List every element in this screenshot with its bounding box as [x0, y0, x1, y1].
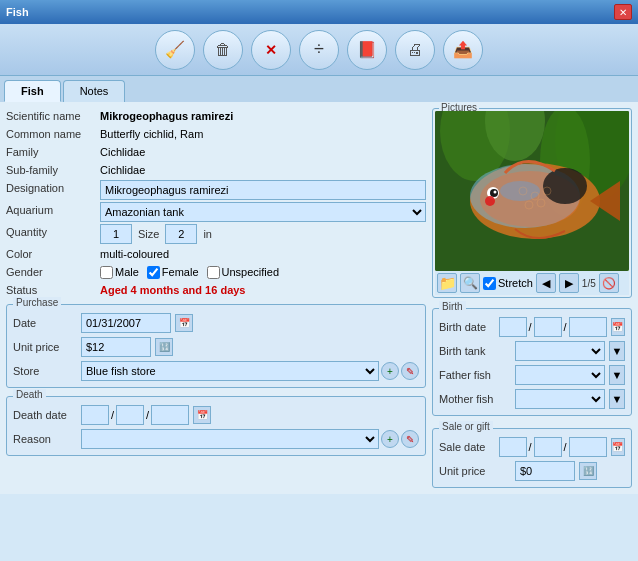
subfamily-label: Sub-family — [6, 162, 96, 178]
birth-date-label: Birth date — [439, 321, 495, 333]
death-section: Death Death date / / 📅 Reason — [6, 396, 426, 456]
store-select[interactable]: Blue fish store — [81, 361, 379, 381]
svg-point-11 — [494, 191, 497, 194]
image-controls: 📁 🔍 Stretch ◀ ▶ 1/5 🚫 — [435, 271, 629, 295]
purchase-section: Purchase Date 📅 Unit price 🔢 Store Blue … — [6, 304, 426, 388]
sale-d[interactable] — [534, 437, 562, 457]
fish-image-area — [435, 111, 629, 271]
quantity-input[interactable] — [100, 224, 132, 244]
divide-button[interactable]: ÷ — [299, 30, 339, 70]
mother-fish-label: Mother fish — [439, 393, 511, 405]
father-fish-label: Father fish — [439, 369, 511, 381]
quantity-label: Quantity — [6, 224, 96, 244]
sale-legend: Sale or gift — [439, 421, 493, 432]
birth-m[interactable] — [499, 317, 527, 337]
birth-tank-dropdown-btn[interactable]: ▼ — [609, 341, 625, 361]
gender-unspecified-option[interactable]: Unspecified — [207, 266, 279, 279]
purchase-legend: Purchase — [13, 297, 61, 308]
size-unit: in — [203, 226, 212, 242]
sale-y[interactable] — [569, 437, 607, 457]
stretch-label: Stretch — [498, 277, 533, 289]
aquarium-label: Aquarium — [6, 202, 96, 222]
family-value: Cichlidae — [100, 144, 426, 160]
father-fish-select[interactable] — [515, 365, 605, 385]
sale-price-label: Unit price — [439, 465, 511, 477]
gender-unspecified-checkbox[interactable] — [207, 266, 220, 279]
gender-female-label: Female — [162, 266, 199, 278]
purchase-date-label: Date — [13, 317, 77, 329]
svg-point-13 — [500, 181, 540, 201]
purchase-price-label: Unit price — [13, 341, 77, 353]
next-img-btn[interactable]: ▶ — [559, 273, 579, 293]
reason-select[interactable] — [81, 429, 379, 449]
death-date-cal-btn[interactable]: 📅 — [193, 406, 211, 424]
death-date-d[interactable] — [116, 405, 144, 425]
birth-tank-select[interactable] — [515, 341, 605, 361]
purchase-price-input[interactable] — [81, 337, 151, 357]
designation-input[interactable] — [100, 180, 426, 200]
birth-d[interactable] — [534, 317, 562, 337]
folder-btn[interactable]: 📁 — [437, 273, 457, 293]
color-value: multi-coloured — [100, 246, 426, 262]
svg-point-8 — [543, 168, 587, 204]
trash-button[interactable]: 🗑 — [203, 30, 243, 70]
remove-img-btn[interactable]: 🚫 — [599, 273, 619, 293]
print-button[interactable]: 🖨 — [395, 30, 435, 70]
gender-male-checkbox[interactable] — [100, 266, 113, 279]
family-label: Family — [6, 144, 96, 160]
gender-unspecified-label: Unspecified — [222, 266, 279, 278]
designation-label: Designation — [6, 180, 96, 200]
close-x-button[interactable]: ✕ — [251, 30, 291, 70]
birth-date-cal-btn[interactable]: 📅 — [611, 318, 625, 336]
pictures-box: Pictures — [432, 108, 632, 298]
aquarium-select[interactable]: Amazonian tank — [100, 202, 426, 222]
eraser-button[interactable]: 🧹 — [155, 30, 195, 70]
magnify-btn[interactable]: 🔍 — [460, 273, 480, 293]
sale-price-input[interactable] — [515, 461, 575, 481]
store-add-btn[interactable]: + — [381, 362, 399, 380]
book-button[interactable]: 📕 — [347, 30, 387, 70]
sale-section: Sale or gift Sale date / / 📅 Unit price … — [432, 428, 632, 488]
size-input[interactable] — [165, 224, 197, 244]
scientific-name-value: Mikrogeophagus ramirezi — [100, 108, 426, 124]
store-label: Store — [13, 365, 77, 377]
sale-date-cal-btn[interactable]: 📅 — [611, 438, 625, 456]
death-date-m[interactable] — [81, 405, 109, 425]
fish-tab[interactable]: Fish — [4, 80, 61, 102]
father-fish-dropdown-btn[interactable]: ▼ — [609, 365, 625, 385]
notes-tab[interactable]: Notes — [63, 80, 126, 102]
sale-price-cal-btn[interactable]: 🔢 — [579, 462, 597, 480]
gender-male-label: Male — [115, 266, 139, 278]
mother-fish-select[interactable] — [515, 389, 605, 409]
birth-y[interactable] — [569, 317, 607, 337]
gender-female-option[interactable]: Female — [147, 266, 199, 279]
window-title: Fish — [6, 6, 29, 18]
prev-img-btn[interactable]: ◀ — [536, 273, 556, 293]
death-date-y[interactable] — [151, 405, 189, 425]
death-legend: Death — [13, 389, 46, 400]
reason-edit-btn[interactable]: ✎ — [401, 430, 419, 448]
size-label: Size — [138, 226, 159, 242]
tabs-bar: Fish Notes — [0, 76, 638, 102]
purchase-date-input[interactable] — [81, 313, 171, 333]
close-window-button[interactable]: ✕ — [614, 4, 632, 20]
status-value: Aged 4 months and 16 days — [100, 282, 426, 298]
reason-label: Reason — [13, 433, 77, 445]
purchase-date-cal-btn[interactable]: 📅 — [175, 314, 193, 332]
svg-point-12 — [485, 196, 495, 206]
mother-fish-dropdown-btn[interactable]: ▼ — [609, 389, 625, 409]
stretch-checkbox[interactable] — [483, 277, 496, 290]
death-date-label: Death date — [13, 409, 77, 421]
gender-male-option[interactable]: Male — [100, 266, 139, 279]
reason-add-btn[interactable]: + — [381, 430, 399, 448]
color-label: Color — [6, 246, 96, 262]
gender-female-checkbox[interactable] — [147, 266, 160, 279]
store-edit-btn[interactable]: ✎ — [401, 362, 419, 380]
birth-section: Birth Birth date / / 📅 Birth tank ▼ — [432, 308, 632, 416]
common-name-value: Butterfly cichlid, Ram — [100, 126, 426, 142]
export-button[interactable]: 📤 — [443, 30, 483, 70]
sale-date-label: Sale date — [439, 441, 495, 453]
purchase-price-cal-btn[interactable]: 🔢 — [155, 338, 173, 356]
sale-m[interactable] — [499, 437, 527, 457]
gender-label: Gender — [6, 264, 96, 280]
